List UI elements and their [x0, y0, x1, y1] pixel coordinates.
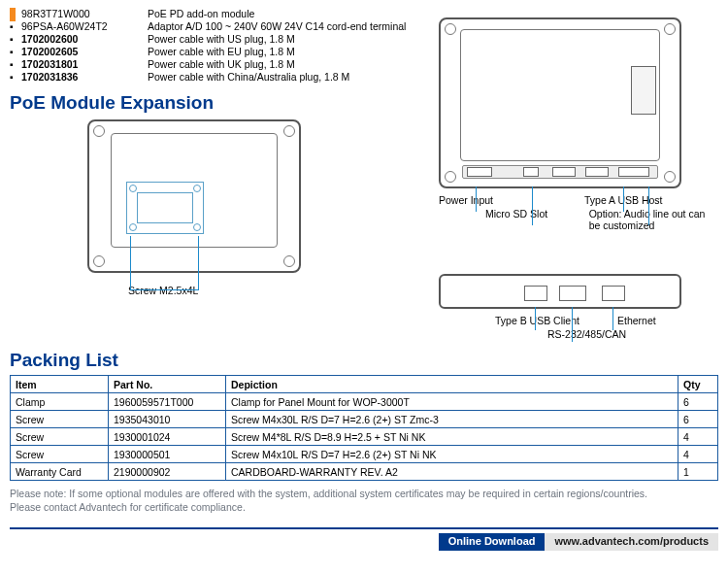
- table-row: Clamp1960059571T000Clamp for Panel Mount…: [11, 393, 718, 411]
- acc-desc: Power cable with US plug, 1.8 M: [148, 33, 427, 45]
- packing-list-table: Item Part No. Depiction Qty Clamp1960059…: [10, 375, 718, 481]
- table-row: Screw1930001024Screw M4*8L R/S D=8.9 H=2…: [11, 428, 718, 446]
- poe-expansion-heading: PoE Module Expansion: [10, 92, 427, 114]
- label-micro-sd: Micro SD Slot: [485, 208, 589, 231]
- poe-module-overlay: [126, 182, 204, 234]
- table-row: Screw1935043010Screw M4x30L R/S D=7 H=2.…: [11, 411, 718, 428]
- acc-desc: Power cable with UK plug, 1.8 M: [148, 58, 427, 70]
- th-qty: Qty: [678, 376, 718, 393]
- section-accent: [10, 8, 16, 21]
- label-audio-option: Option: Audio line out can be customized: [589, 208, 718, 231]
- packing-list-heading: Packing List: [10, 350, 718, 371]
- th-item: Item: [11, 376, 109, 393]
- acc-pn: 1702002605: [21, 46, 148, 57]
- label-ethernet: Ethernet: [617, 315, 656, 326]
- table-row: Warranty Card2190000902CARDBOARD-WARRANT…: [11, 463, 718, 481]
- label-rs232: RS-232/485/CAN: [547, 328, 718, 340]
- acc-desc: Adaptor A/D 100 ~ 240V 60W 24V C14 cord-…: [148, 20, 427, 32]
- bottom-panel-figure: [439, 274, 681, 309]
- table-row: Screw1930000501Screw M4x10L R/S D=7 H=2.…: [11, 446, 718, 463]
- acc-pn: 1702031836: [21, 71, 148, 83]
- label-power-input: Power Input: [439, 194, 546, 206]
- online-download-label: Online Download: [439, 533, 546, 551]
- label-type-a-usb: Type A USB Host: [584, 194, 691, 206]
- acc-pn: 1702002600: [21, 33, 148, 45]
- accessories-list: ▪98R3T71W000PoE PD add-on module ▪96PSA-…: [10, 8, 427, 83]
- online-download-url[interactable]: www.advantech.com/products: [545, 533, 718, 551]
- acc-desc: Power cable with China/Australia plug, 1…: [148, 71, 427, 83]
- screw-label: Screw M2.5x4L: [128, 285, 427, 296]
- compliance-note: Please note: If some optional modules ar…: [10, 487, 718, 514]
- rear-panel-figure: [439, 17, 681, 188]
- label-type-b-usb: Type B USB Client: [495, 315, 617, 326]
- usb-stack-icon: [631, 66, 656, 115]
- divider: [10, 527, 718, 529]
- acc-pn: 98R3T71W000: [21, 8, 148, 19]
- acc-pn: 1702031801: [21, 58, 148, 70]
- acc-desc: Power cable with EU plug, 1.8 M: [148, 46, 427, 57]
- th-depiction: Depiction: [226, 376, 678, 393]
- poe-module-figure: [87, 119, 301, 283]
- acc-pn: 96PSA-A60W24T2: [21, 20, 148, 32]
- acc-desc: PoE PD add-on module: [148, 8, 427, 19]
- th-pn: Part No.: [109, 376, 226, 393]
